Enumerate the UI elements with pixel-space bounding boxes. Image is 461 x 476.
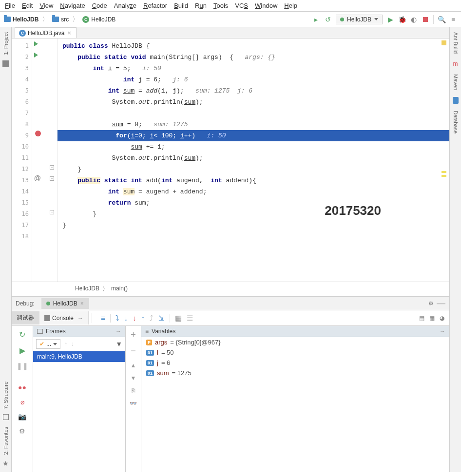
menu-window[interactable]: Window [255,2,277,9]
prev-frame-icon[interactable]: ↑ [64,341,67,347]
drop-frame-icon[interactable]: ⤴ [150,314,154,322]
add-watch-icon[interactable]: + [131,330,136,340]
console-pin-icon: → [77,315,83,322]
project-tool-tab[interactable]: 1: Project [3,30,9,57]
layout-icon-2[interactable]: ▦ [429,315,435,322]
crumb-method[interactable]: main() [111,285,128,293]
pin-icon[interactable]: → [115,328,121,335]
pause-icon[interactable]: ❚❚ [17,362,28,370]
close-tab-icon[interactable]: × [66,29,72,37]
class-icon: C [82,16,89,23]
check-icon: ✔ [39,341,44,347]
glasses-icon[interactable]: 👓 [130,400,137,407]
up-icon[interactable]: ▲ [131,362,136,369]
structure-tool-tab[interactable]: 7: Structure [3,380,9,411]
editor-tab-name: HelloJDB.java [28,30,64,37]
camera-icon[interactable]: 📷 [18,413,26,420]
breakpoints-icon[interactable]: ●● [18,383,26,391]
structure-button[interactable]: ≡ [449,16,457,23]
build-icon[interactable]: ▸ [312,16,320,23]
settings-icon[interactable]: ⚙ [19,427,25,435]
resume-icon[interactable]: ▶ [19,346,25,355]
step-out-icon[interactable]: ↑ [141,314,145,322]
breadcrumb[interactable]: HelloJDB 〉 src 〉 C HelloJDB [4,15,115,24]
menu-file[interactable]: File [5,2,15,9]
force-step-into-icon[interactable]: ↓ [133,314,136,322]
menu-build[interactable]: Build [174,2,188,9]
menu-analyze[interactable]: Analyze [114,2,136,9]
hammer-icon[interactable]: ↺ [324,16,332,23]
menu-navigate[interactable]: Navigate [60,2,85,9]
error-stripe[interactable] [442,40,446,277]
next-frame-icon[interactable]: ↓ [71,341,74,347]
filter-icon[interactable]: ▼ [115,340,122,348]
code-content[interactable]: public class HelloJDB { public static vo… [58,38,449,282]
menu-refactor[interactable]: Refactor [143,2,167,9]
menu-run[interactable]: Run [195,2,207,9]
crumb-class[interactable]: HelloJDB [75,285,99,293]
warning-marker[interactable] [442,40,446,45]
maven-tab[interactable]: Maven [453,72,459,92]
var-name: args [155,339,167,346]
warning-marker[interactable] [442,175,446,177]
menu-code[interactable]: Code [92,2,107,9]
frames-icon [37,329,43,334]
stack-frame[interactable]: main:9, HelloJDB [33,351,125,362]
variable-row[interactable]: 01i = 50 [141,347,449,358]
show-execution-point-icon[interactable]: ≡ [101,314,105,322]
stop-button[interactable] [422,16,429,23]
session-dot-icon [46,302,50,305]
editor-tab[interactable]: C HelloJDB.java × [15,27,77,38]
rerun-icon[interactable]: ↻ [19,330,25,339]
evaluate-icon[interactable]: ▦ [175,314,182,323]
debugger-tab[interactable]: 调试器 [12,311,39,324]
project-tool-icon[interactable] [2,60,9,67]
breadcrumb-project: HelloJDB [13,16,38,23]
database-icon[interactable] [453,97,459,104]
minimize-icon[interactable]: — [437,298,445,308]
code-editor[interactable]: 123456789101112131415161718 −@−− public … [12,38,449,282]
var-value: = 50 [161,349,174,356]
database-tab[interactable]: Database [453,109,459,135]
favorites-tool-tab[interactable]: 2: Favorites [3,425,9,457]
variables-list: Pargs = {String[0]@967}01i = 5001j = 601… [141,337,449,378]
debug-session-tab[interactable]: HelloJDB × [41,298,89,309]
var-name: j [157,359,158,366]
down-icon[interactable]: ▼ [131,375,136,381]
debug-settings-icon[interactable]: ⚙ [428,300,434,307]
menu-edit[interactable]: Edit [22,2,33,9]
warning-marker[interactable] [442,171,446,173]
remove-watch-icon[interactable]: − [131,346,136,356]
step-into-icon[interactable]: ↓ [124,314,128,322]
coverage-button[interactable]: ◐ [410,16,418,23]
debug-button[interactable]: 🐞 [398,16,406,23]
menu-help[interactable]: Help [284,2,297,9]
variable-row[interactable]: 01j = 6 [141,358,449,368]
maven-m-icon[interactable]: m [453,60,458,67]
ant-build-tab[interactable]: Ant Build [453,30,459,56]
run-config-selector[interactable]: HelloJDB [336,15,383,24]
menu-vcs[interactable]: VCS [235,2,248,9]
layout-icon[interactable]: ▤ [419,315,424,322]
chevron-down-icon [374,18,378,20]
variable-row[interactable]: 01sum = 1275 [141,368,449,378]
close-session-icon[interactable]: × [80,300,84,307]
structure-tool-icon[interactable] [3,414,9,420]
menu-view[interactable]: View [39,2,53,9]
var-type-badge: 01 [146,360,154,366]
search-button[interactable]: 🔍 [438,16,445,23]
variable-row[interactable]: Pargs = {String[0]@967} [141,337,449,347]
copy-icon[interactable]: ⎘ [132,387,135,394]
step-over-icon[interactable]: ⤵ [115,314,119,322]
trace-icon[interactable]: ☰ [187,314,193,323]
thread-selector[interactable]: ✔ ... [36,339,60,349]
console-tab[interactable]: Console → [39,311,89,324]
pin-icon[interactable]: → [440,328,445,335]
menu-tools[interactable]: Tools [213,2,228,9]
speedometer-icon[interactable]: ◕ [440,315,444,322]
run-button[interactable]: ▶ [386,16,394,23]
run-to-cursor-icon[interactable]: ⇲ [158,314,165,323]
mute-breakpoints-icon[interactable]: ⌀ [20,398,24,406]
src-folder-icon [52,17,59,22]
favorites-star-icon[interactable]: ★ [2,459,9,467]
